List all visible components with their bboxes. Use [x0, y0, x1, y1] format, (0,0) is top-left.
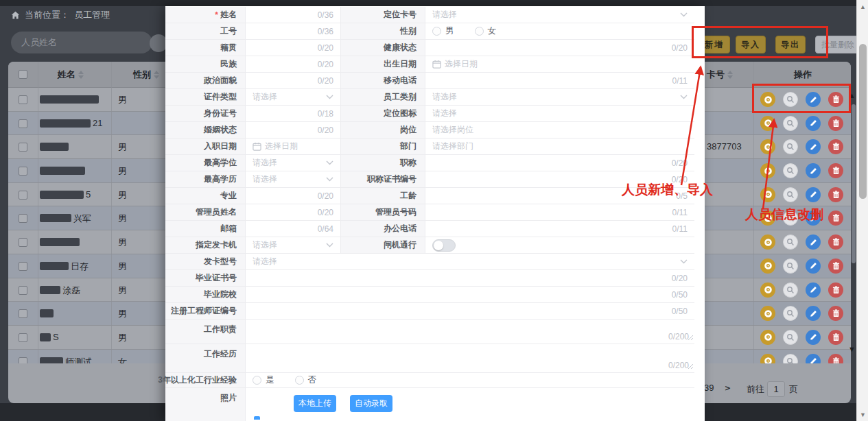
field-counter[interactable]: 0/50: [246, 303, 694, 319]
page-scrollbar[interactable]: ▲ ▼: [856, 0, 868, 421]
view-button[interactable]: [783, 163, 798, 178]
row-checkbox[interactable]: [19, 238, 27, 247]
delete-button[interactable]: [828, 306, 843, 321]
view-button[interactable]: [783, 187, 798, 202]
import-button[interactable]: 导入: [736, 36, 766, 53]
edit-button[interactable]: [806, 330, 821, 345]
view-button[interactable]: [783, 282, 798, 298]
edit-button[interactable]: [806, 354, 821, 363]
resize-handle-icon[interactable]: [688, 333, 694, 343]
edit-button[interactable]: [806, 116, 821, 131]
radio-button[interactable]: [295, 376, 304, 385]
issue-card-button[interactable]: [760, 210, 775, 226]
field-select[interactable]: 请选择: [425, 89, 694, 105]
field-counter[interactable]: 0/20: [246, 188, 341, 204]
sort-carets-icon[interactable]: [154, 71, 159, 79]
batch-delete-button[interactable]: 批量删除: [815, 36, 860, 53]
field-select[interactable]: 请选择部门: [425, 139, 694, 154]
delete-button[interactable]: [828, 92, 843, 107]
row-checkbox[interactable]: [19, 143, 27, 152]
edit-button[interactable]: [806, 92, 821, 107]
view-button[interactable]: [783, 139, 798, 154]
radio-button[interactable]: [253, 376, 261, 385]
column-header-card[interactable]: 卡号: [707, 62, 733, 88]
row-checkbox[interactable]: [19, 286, 27, 295]
search-input[interactable]: 人员姓名: [11, 32, 152, 53]
edit-button[interactable]: [806, 234, 821, 250]
field-counter[interactable]: 0/20: [425, 40, 694, 56]
scrollbar-up-icon[interactable]: ▲: [857, 3, 868, 10]
export-button[interactable]: 导出: [775, 36, 806, 53]
issue-card-button[interactable]: [760, 354, 775, 363]
edit-button[interactable]: [806, 282, 821, 298]
sort-carets-icon[interactable]: [78, 71, 84, 79]
field-counter[interactable]: 0/5: [425, 188, 694, 204]
view-button[interactable]: [783, 330, 798, 345]
field-counter[interactable]: 0/20: [246, 204, 341, 220]
delete-button[interactable]: [828, 116, 843, 131]
delete-button[interactable]: [828, 282, 843, 298]
row-checkbox[interactable]: [19, 119, 27, 128]
field-counter[interactable]: 0/20: [246, 40, 341, 56]
table-scroll-up-icon[interactable]: ▲: [848, 92, 856, 99]
row-checkbox[interactable]: [19, 167, 27, 176]
field-counter[interactable]: 0/20: [246, 73, 341, 88]
table-scrollbar-thumb[interactable]: [852, 104, 856, 263]
sort-carets-icon[interactable]: [727, 71, 733, 79]
edit-button[interactable]: [806, 258, 821, 274]
edit-button[interactable]: [806, 187, 821, 202]
issue-card-button[interactable]: [760, 187, 775, 202]
field-counter[interactable]: 0/18: [246, 106, 341, 121]
field-counter[interactable]: 0/36: [246, 23, 341, 39]
delete-button[interactable]: [828, 163, 843, 178]
issue-card-button[interactable]: [760, 92, 775, 107]
scrollbar-down-icon[interactable]: ▼: [857, 411, 868, 418]
field-select[interactable]: 请选择: [246, 171, 341, 187]
field-photo[interactable]: 本地上传自动录取: [246, 388, 694, 421]
view-button[interactable]: [783, 306, 798, 321]
edit-button[interactable]: [806, 306, 821, 321]
field-date[interactable]: 选择日期: [246, 139, 341, 154]
delete-button[interactable]: [828, 234, 843, 250]
row-checkbox[interactable]: [19, 357, 27, 363]
delete-button[interactable]: [828, 139, 843, 154]
field-counter[interactable]: 0/11: [425, 73, 694, 88]
next-page-button[interactable]: ＞: [723, 382, 732, 394]
field-date[interactable]: 选择日期: [425, 56, 694, 72]
field-counter[interactable]: 0/11: [425, 221, 694, 237]
issue-card-button[interactable]: [760, 330, 775, 345]
scrollbar-thumb[interactable]: [859, 44, 867, 199]
row-checkbox[interactable]: [19, 333, 27, 342]
row-checkbox[interactable]: [19, 214, 27, 223]
field-counter[interactable]: 0/64: [246, 221, 341, 237]
toggle-switch[interactable]: [432, 239, 456, 252]
auto-capture-button[interactable]: 自动录取: [350, 395, 392, 412]
row-checkbox[interactable]: [19, 309, 27, 318]
field-select[interactable]: 请选择: [246, 254, 694, 269]
issue-card-button[interactable]: [760, 163, 775, 178]
radio-button[interactable]: [475, 27, 484, 36]
field-counter[interactable]: 0/36: [246, 7, 341, 23]
delete-button[interactable]: [828, 354, 843, 363]
field-radios[interactable]: 是否: [246, 373, 694, 387]
table-scroll-down-icon[interactable]: ▼: [848, 346, 856, 352]
field-textarea[interactable]: 0/200: [246, 320, 694, 344]
delete-button[interactable]: [828, 330, 843, 345]
issue-card-button[interactable]: [760, 306, 775, 321]
field-counter[interactable]: 0/20: [246, 56, 341, 72]
view-button[interactable]: [783, 210, 798, 226]
field-counter[interactable]: 0/20: [246, 270, 694, 286]
row-checkbox[interactable]: [19, 262, 27, 271]
issue-card-button[interactable]: [760, 282, 775, 298]
select-all-checkbox[interactable]: [19, 70, 27, 79]
issue-card-button[interactable]: [760, 139, 775, 154]
field-counter[interactable]: 0/20: [246, 122, 341, 138]
field-select[interactable]: 请选择: [425, 106, 694, 121]
field-counter[interactable]: 0/20: [425, 171, 694, 187]
issue-card-button[interactable]: [760, 116, 775, 131]
field-radios[interactable]: 男女: [425, 23, 694, 39]
delete-button[interactable]: [828, 258, 843, 274]
view-button[interactable]: [783, 92, 798, 107]
view-button[interactable]: [783, 116, 798, 131]
view-button[interactable]: [783, 354, 798, 363]
